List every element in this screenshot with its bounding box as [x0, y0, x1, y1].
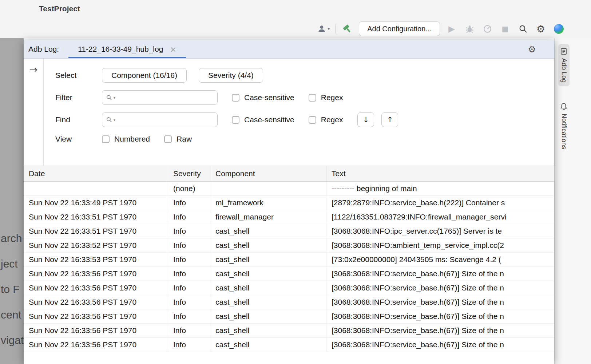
main-toolbar: ▾ Add Configuration... ▶ — [317, 21, 565, 36]
log-component-cell: cast_shell — [210, 338, 326, 352]
find-regex-checkbox[interactable] — [309, 116, 316, 124]
find-input-wrapper: ▾ — [102, 112, 218, 127]
log-severity-cell: Info — [168, 253, 210, 266]
log-component-cell: firewall_manager — [210, 210, 326, 224]
hammer-icon — [342, 24, 352, 34]
case-sensitive-label: Case-sensitive — [244, 115, 294, 124]
find-next-button[interactable]: ↓ — [357, 112, 374, 127]
log-row[interactable]: Sun Nov 22 16:33:53 PST 1970 Info cast_s… — [24, 253, 554, 267]
log-row[interactable]: Sun Nov 22 16:33:56 PST 1970 Info cast_s… — [24, 281, 554, 295]
user-profile-button[interactable]: ▾ — [317, 22, 330, 35]
log-date-cell: Sun Nov 22 16:33:56 PST 1970 — [24, 338, 168, 352]
log-row[interactable]: Sun Nov 22 16:33:51 PST 1970 Info cast_s… — [24, 224, 554, 238]
log-date-cell: Sun Nov 22 16:33:49 PST 1970 — [24, 196, 168, 210]
column-header-component[interactable]: Component — [210, 166, 326, 181]
log-component-cell: ml_framework — [210, 196, 326, 210]
log-severity-cell: Info — [168, 338, 210, 352]
filter-input[interactable] — [116, 94, 214, 102]
severity-filter-button[interactable]: Severity (4/4) — [199, 68, 263, 83]
log-row[interactable]: Sun Nov 22 16:33:56 PST 1970 Info cast_s… — [24, 338, 554, 352]
tab-close-icon[interactable]: × — [170, 45, 176, 54]
log-component-cell: cast_shell — [210, 324, 326, 337]
search-everywhere-button[interactable] — [517, 22, 529, 35]
search-options-caret-icon[interactable]: ▾ — [114, 118, 115, 122]
find-regex-group: Regex — [309, 115, 343, 124]
toolwindow-tab-adb-log[interactable]: Adb Log — [558, 44, 570, 86]
log-table-header: Date Severity Component Text — [24, 166, 554, 182]
background-text-fragment: vigat — [1, 334, 24, 347]
assistant-gradient-icon — [554, 24, 564, 34]
run-button[interactable]: ▶ — [445, 22, 458, 35]
log-row[interactable]: Sun Nov 22 16:33:49 PST 1970 Info ml_fra… — [24, 196, 554, 210]
stop-button[interactable]: ■ — [499, 22, 511, 35]
select-row: Select Component (16/16) Severity (4/4) — [55, 68, 554, 83]
log-date-cell: Sun Nov 22 16:33:53 PST 1970 — [24, 253, 168, 266]
log-file-icon — [560, 48, 567, 55]
log-component-cell: cast_shell — [210, 295, 326, 309]
background-text-fragment: arch — [1, 232, 22, 245]
log-date-cell: Sun Nov 22 16:33:56 PST 1970 — [24, 281, 168, 295]
log-file-tab[interactable]: 11-22_16-33-49_hub_log × — [68, 40, 186, 58]
find-previous-button[interactable]: ↑ — [381, 112, 398, 127]
numbered-checkbox[interactable] — [102, 135, 110, 143]
log-severity-cell: Info — [168, 324, 210, 337]
log-date-cell — [24, 182, 168, 195]
find-case-sensitive-group: Case-sensitive — [232, 115, 294, 124]
column-header-date[interactable]: Date — [24, 166, 168, 181]
assistant-button[interactable] — [552, 22, 565, 35]
filter-gutter: → — [24, 59, 44, 166]
search-icon — [106, 94, 112, 101]
case-sensitive-label: Case-sensitive — [244, 93, 294, 102]
add-configuration-button[interactable]: Add Configuration... — [359, 21, 440, 36]
filter-case-sensitive-checkbox[interactable] — [232, 94, 239, 102]
log-date-cell: Sun Nov 22 16:33:56 PST 1970 — [24, 309, 168, 323]
filter-regex-checkbox[interactable] — [309, 94, 316, 102]
user-icon — [317, 24, 326, 33]
log-severity-cell: Info — [168, 295, 210, 309]
dimmed-background-strip: arch ject to F cent vigat — [0, 38, 24, 364]
build-button[interactable] — [341, 22, 353, 35]
view-label: View — [55, 135, 102, 143]
log-severity-cell: Info — [168, 309, 210, 323]
bell-icon — [560, 102, 568, 110]
log-date-cell: Sun Nov 22 16:33:56 PST 1970 — [24, 324, 168, 337]
log-row[interactable]: Sun Nov 22 16:33:56 PST 1970 Info cast_s… — [24, 309, 554, 324]
toolwindow-tab-notifications[interactable]: Notifications — [558, 99, 570, 153]
log-row[interactable]: Sun Nov 22 16:33:51 PST 1970 Info firewa… — [24, 210, 554, 224]
raw-label: Raw — [176, 135, 192, 143]
collapse-filters-button[interactable]: → — [29, 64, 38, 75]
find-input[interactable] — [116, 116, 214, 124]
log-row[interactable]: Sun Nov 22 16:33:56 PST 1970 Info cast_s… — [24, 324, 554, 338]
column-header-text[interactable]: Text — [326, 166, 554, 181]
log-file-tab-label: 11-22_16-33-49_hub_log — [78, 45, 163, 54]
log-severity-cell: Info — [168, 210, 210, 224]
log-row[interactable]: Sun Nov 22 16:33:56 PST 1970 Info cast_s… — [24, 295, 554, 309]
adb-log-panel: Adb Log: 11-22_16-33-49_hub_log × ⚙ → Se… — [24, 40, 554, 364]
find-case-sensitive-checkbox[interactable] — [232, 116, 239, 124]
log-row[interactable]: Sun Nov 22 16:33:56 PST 1970 Info cast_s… — [24, 267, 554, 281]
component-filter-button[interactable]: Component (16/16) — [102, 68, 187, 83]
numbered-group: Numbered — [102, 135, 150, 143]
search-icon — [106, 116, 112, 123]
bug-icon — [465, 24, 475, 34]
panel-title: Adb Log: — [28, 45, 59, 54]
raw-checkbox[interactable] — [164, 135, 172, 143]
find-row: Find ▾ Case-sensitive Regex ↓ ↑ — [55, 112, 554, 127]
log-text-cell: [3068:3068:INFO:service_base.h(67)] Size… — [326, 295, 554, 309]
log-text-cell: [1122/163351.083729:INFO:firewall_manage… — [326, 210, 554, 224]
log-text-cell: [3068:3068:INFO:service_base.h(67)] Size… — [326, 338, 554, 352]
column-header-severity[interactable]: Severity — [168, 166, 210, 181]
log-row[interactable]: (none) --------- beginning of main — [24, 182, 554, 196]
debug-button[interactable] — [463, 22, 476, 35]
gauge-icon — [483, 24, 492, 34]
profiler-button[interactable] — [481, 22, 493, 35]
search-options-caret-icon[interactable]: ▾ — [114, 96, 115, 100]
title-bar: TestProject ▾ Add Configuration... ▶ — [0, 0, 591, 38]
log-text-cell: [2879:2879:INFO:service_base.h(222)] Con… — [326, 196, 554, 210]
log-date-cell: Sun Nov 22 16:33:56 PST 1970 — [24, 295, 168, 309]
settings-button[interactable]: ⚙ — [535, 22, 547, 35]
log-row[interactable]: Sun Nov 22 16:33:52 PST 1970 Info cast_s… — [24, 238, 554, 253]
panel-settings-button[interactable]: ⚙ — [528, 44, 536, 55]
filter-controls-area: → Select Component (16/16) Severity (4/4… — [24, 59, 554, 166]
view-row: View Numbered Raw — [55, 135, 554, 143]
